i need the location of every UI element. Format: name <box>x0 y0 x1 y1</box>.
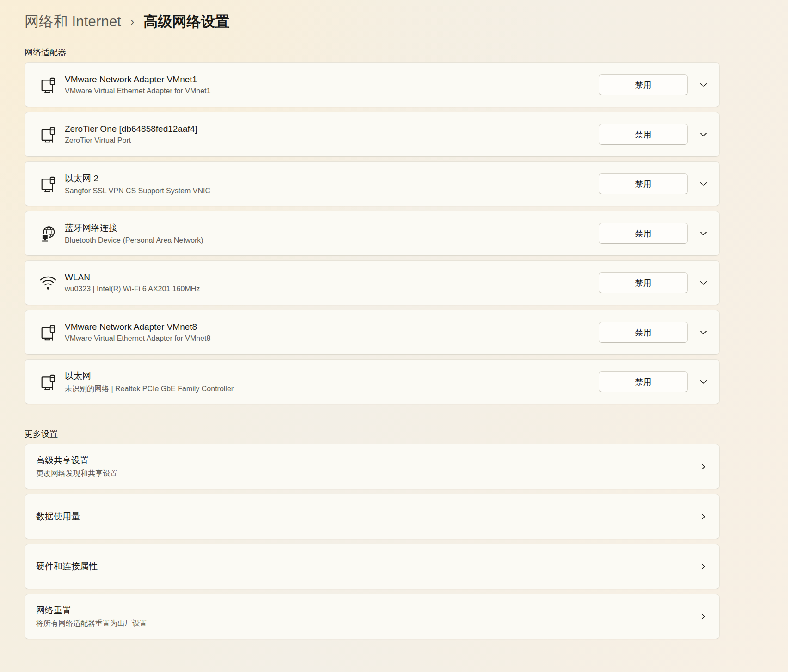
adapter-description: VMware Virtual Ethernet Adapter for VMne… <box>65 87 210 95</box>
disable-button[interactable]: 禁用 <box>599 322 688 343</box>
chevron-down-icon <box>700 132 707 137</box>
adapter-row[interactable]: 以太网 未识别的网络 | Realtek PCIe GbE Family Con… <box>25 359 720 404</box>
expand-button[interactable] <box>688 360 719 404</box>
chevron-right-icon <box>701 513 706 520</box>
ethernet-adapter-icon <box>38 74 58 96</box>
more-settings-title: 高级共享设置 <box>36 455 117 467</box>
navigate-zone[interactable] <box>688 444 719 489</box>
chevron-down-icon <box>700 83 707 87</box>
more-settings-row[interactable]: 数据使用量 <box>25 494 720 539</box>
adapter-name: WLAN <box>65 272 200 283</box>
adapter-description: 未识别的网络 | Realtek PCIe GbE Family Control… <box>65 384 234 394</box>
adapter-description: Sangfor SSL VPN CS Support System VNIC <box>65 187 210 195</box>
wifi-icon <box>38 272 58 294</box>
adapter-row[interactable]: 蓝牙网络连接 Bluetooth Device (Personal Area N… <box>25 211 720 256</box>
network-adapters-section-label: 网络适配器 <box>25 47 720 58</box>
ethernet-adapter-icon <box>38 173 58 195</box>
page-title: 高级网络设置 <box>143 12 229 31</box>
adapter-description: Bluetooth Device (Personal Area Network) <box>65 236 203 245</box>
more-settings-title: 数据使用量 <box>36 511 80 523</box>
chevron-down-icon <box>700 231 707 236</box>
more-settings-row[interactable]: 硬件和连接属性 <box>25 544 720 589</box>
adapter-name: ZeroTier One [db64858fed12aaf4] <box>65 124 197 134</box>
more-settings-description: 更改网络发现和共享设置 <box>36 469 117 479</box>
adapter-row[interactable]: 以太网 2 Sangfor SSL VPN CS Support System … <box>25 161 720 206</box>
expand-button[interactable] <box>688 63 719 107</box>
adapter-name: VMware Network Adapter VMnet8 <box>65 322 210 332</box>
chevron-right-icon <box>701 613 706 620</box>
chevron-down-icon <box>700 182 707 186</box>
disable-button[interactable]: 禁用 <box>599 223 688 244</box>
breadcrumb-parent-link[interactable]: 网络和 Internet <box>25 12 121 31</box>
expand-button[interactable] <box>688 310 719 354</box>
more-settings-section-label: 更多设置 <box>25 428 720 439</box>
breadcrumb-separator-icon: › <box>130 15 134 28</box>
chevron-down-icon <box>700 330 707 335</box>
more-settings-list: 高级共享设置 更改网络发现和共享设置 数据使用量 硬件和连接属性 <box>25 444 720 639</box>
ethernet-adapter-icon <box>38 371 58 393</box>
adapter-row[interactable]: VMware Network Adapter VMnet8 VMware Vir… <box>25 310 720 355</box>
more-settings-description: 将所有网络适配器重置为出厂设置 <box>36 619 147 629</box>
adapter-row[interactable]: WLAN wu0323 | Intel(R) Wi-Fi 6 AX201 160… <box>25 260 720 305</box>
disable-button[interactable]: 禁用 <box>599 272 688 293</box>
more-settings-title: 硬件和连接属性 <box>36 561 98 573</box>
breadcrumb: 网络和 Internet › 高级网络设置 <box>25 12 720 31</box>
adapter-name: 蓝牙网络连接 <box>65 222 203 234</box>
more-settings-title: 网络重置 <box>36 604 147 617</box>
ethernet-adapter-icon <box>38 123 58 146</box>
ethernet-adapter-icon <box>38 321 58 344</box>
expand-button[interactable] <box>688 261 719 305</box>
chevron-right-icon <box>701 563 706 570</box>
adapter-name: 以太网 2 <box>65 173 210 185</box>
navigate-zone[interactable] <box>688 594 719 639</box>
disable-button[interactable]: 禁用 <box>599 173 688 194</box>
adapter-row[interactable]: VMware Network Adapter VMnet1 VMware Vir… <box>25 62 720 107</box>
adapter-list: VMware Network Adapter VMnet1 VMware Vir… <box>25 62 720 404</box>
chevron-down-icon <box>700 380 707 384</box>
adapter-description: ZeroTier Virtual Port <box>65 136 197 145</box>
adapter-description: wu0323 | Intel(R) Wi-Fi 6 AX201 160MHz <box>65 285 200 293</box>
settings-page: 网络和 Internet › 高级网络设置 网络适配器 VMware Netwo… <box>25 0 720 639</box>
more-settings-row[interactable]: 网络重置 将所有网络适配器重置为出厂设置 <box>25 594 720 639</box>
disable-button[interactable]: 禁用 <box>599 124 688 145</box>
expand-button[interactable] <box>688 211 719 255</box>
chevron-right-icon <box>701 463 706 470</box>
adapter-description: VMware Virtual Ethernet Adapter for VMne… <box>65 334 210 343</box>
disable-button[interactable]: 禁用 <box>599 74 688 95</box>
navigate-zone[interactable] <box>688 494 719 539</box>
navigate-zone[interactable] <box>688 544 719 589</box>
expand-button[interactable] <box>688 162 719 206</box>
adapter-row[interactable]: ZeroTier One [db64858fed12aaf4] ZeroTier… <box>25 112 720 157</box>
disable-button[interactable]: 禁用 <box>599 371 688 392</box>
more-settings-row[interactable]: 高级共享设置 更改网络发现和共享设置 <box>25 444 720 489</box>
expand-button[interactable] <box>688 112 719 156</box>
adapter-name: 以太网 <box>65 370 234 382</box>
adapter-name: VMware Network Adapter VMnet1 <box>65 74 210 85</box>
chevron-down-icon <box>700 281 707 285</box>
globe-network-icon <box>38 222 58 245</box>
